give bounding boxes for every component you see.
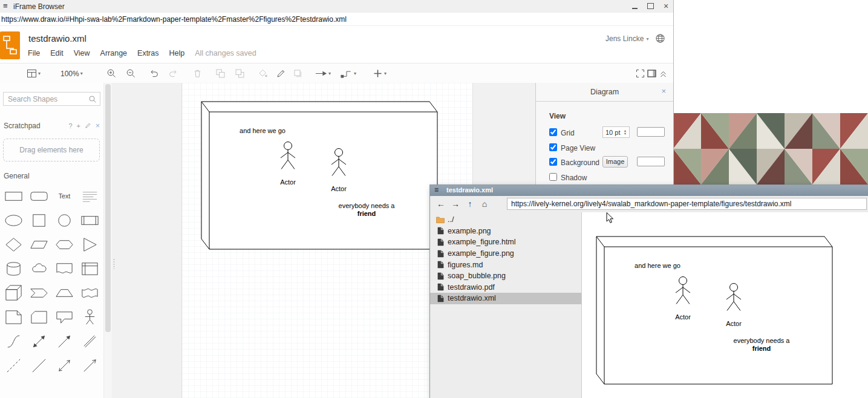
scrollbar-thumb[interactable] [105,84,111,332]
fill-color-button[interactable] [258,68,268,79]
menu-edit[interactable]: Edit [50,49,64,57]
box-text[interactable]: and here we go [240,127,286,134]
window-menu-icon[interactable]: ≡ [3,1,8,10]
shape-cube[interactable] [1,281,26,305]
back-button[interactable]: ← [435,198,447,210]
close-button[interactable]: × [659,0,673,12]
maximize-button[interactable] [644,0,657,12]
shape-card[interactable] [26,305,51,329]
search-icon[interactable] [88,95,97,103]
up-button[interactable]: ↑ [464,198,476,210]
cube-shape[interactable] [201,102,437,249]
shape-ellipse[interactable] [1,208,26,232]
shape-note[interactable] [1,305,26,329]
section-general[interactable]: General [4,172,30,180]
shape-actor[interactable] [77,305,102,329]
shape-link[interactable] [77,329,102,353]
file-row-testdrawio.pdf[interactable]: testdrawio.pdf [430,282,581,293]
insert-button[interactable]: ▾ [373,68,387,79]
background-image-button[interactable]: Image [602,156,628,168]
shape-arrow[interactable] [51,329,77,353]
language-globe-button[interactable] [655,33,665,44]
shape-trapezoid[interactable] [51,281,77,305]
sidebar-scrollbar[interactable] [103,83,113,398]
scratchpad-close-button[interactable]: × [96,122,100,130]
view-selector-button[interactable]: ▾ [27,68,41,79]
line-color-button[interactable] [276,68,286,79]
shape-hexagon[interactable] [51,232,77,256]
search-input[interactable] [3,92,100,106]
redo-button[interactable] [168,68,178,79]
connection-style-button[interactable]: ▾ [315,68,331,79]
shape-callout[interactable] [51,305,77,329]
file-row-soap_bubble.png[interactable]: soap_bubble.png [430,270,581,282]
iframe-browser-titlebar[interactable]: ≡ iFrame Browser × [0,0,673,13]
shape-parallelogram[interactable] [26,232,51,256]
delete-button[interactable] [192,68,203,79]
page-view-checkbox[interactable] [549,143,557,151]
shape-cloud[interactable] [26,256,51,281]
scratchpad-add-button[interactable]: + [77,122,80,129]
waypoint-style-button[interactable]: ▾ [340,68,356,79]
file-row-example_figure.html[interactable]: example_figure.html [430,237,581,248]
shape-cylinder[interactable] [1,256,26,281]
shape-document[interactable] [51,256,77,281]
sidebar-resize-grip[interactable] [113,258,115,269]
format-close-button[interactable]: × [661,87,666,95]
shape-circle[interactable] [51,208,77,232]
menu-extras[interactable]: Extras [137,49,158,57]
file-row-example_figure.png[interactable]: example_figure.png [430,248,581,259]
fit-page-button[interactable] [635,68,645,79]
home-button[interactable]: ⌂ [478,198,491,210]
to-front-button[interactable] [215,68,226,79]
shadow-button[interactable] [293,68,303,79]
folder-row-..[interactable]: ../ [430,214,581,226]
shape-square[interactable] [26,208,51,232]
caption-line1[interactable]: everybody needs a [339,202,396,209]
file-browser-titlebar[interactable]: ≡ testdrawio.xml [430,185,868,197]
shadow-checkbox[interactable] [549,173,557,181]
grid-size-stepper[interactable]: ▲ ▼ [622,127,628,137]
grid-color-button[interactable] [637,127,665,137]
scratchpad-help-button[interactable]: ? [68,122,72,129]
file-url-input[interactable] [507,198,867,210]
menu-help[interactable]: Help [169,49,185,57]
menu-file[interactable]: File [28,49,40,57]
menu-arrange[interactable]: Arrange [100,49,127,57]
forward-button[interactable]: → [449,198,462,210]
format-panel-toggle-button[interactable] [647,68,657,79]
shape-bidirectional-connector[interactable] [51,353,77,377]
zoom-out-button[interactable] [126,68,136,79]
background-checkbox[interactable] [549,158,557,166]
zoom-in-button[interactable] [106,68,117,79]
user-menu[interactable]: Jens Lincke ▾ [605,34,648,43]
zoom-dropdown[interactable]: 100% ▾ [60,68,83,79]
shape-curve[interactable] [1,329,26,353]
file-row-example.png[interactable]: example.png [430,226,581,237]
undo-button[interactable] [149,68,159,79]
to-back-button[interactable] [235,68,245,79]
collapse-toolbar-button[interactable] [658,68,668,79]
shape-rounded-rectangle[interactable] [26,184,51,208]
shape-process[interactable] [77,208,102,232]
shape-line[interactable] [26,353,51,377]
shape-dashed-line[interactable] [1,353,26,377]
minimize-button[interactable] [628,0,641,12]
shape-textbox[interactable] [77,184,102,208]
file-row-testdrawio.xml[interactable]: testdrawio.xml [430,293,581,304]
shape-bidirectional-arrow[interactable] [26,329,51,353]
background-color-button[interactable] [637,157,665,166]
grid-size-input[interactable]: 10 pt ▲ ▼ [602,126,630,138]
shape-triangle[interactable] [77,232,102,256]
spinner-down-icon[interactable]: ▼ [624,132,627,135]
shape-rectangle[interactable] [1,184,26,208]
caption-line2[interactable]: friend [357,210,376,217]
shape-diamond[interactable] [1,232,26,256]
url-input[interactable] [0,13,673,25]
scratchpad-edit-button[interactable] [85,122,91,130]
grid-checkbox[interactable] [549,128,557,136]
window-menu-icon[interactable]: ≡ [434,186,439,194]
shape-internal-storage[interactable] [77,256,102,281]
shape-directional-connector[interactable] [77,353,102,377]
file-row-figures.md[interactable]: figures.md [430,259,581,270]
